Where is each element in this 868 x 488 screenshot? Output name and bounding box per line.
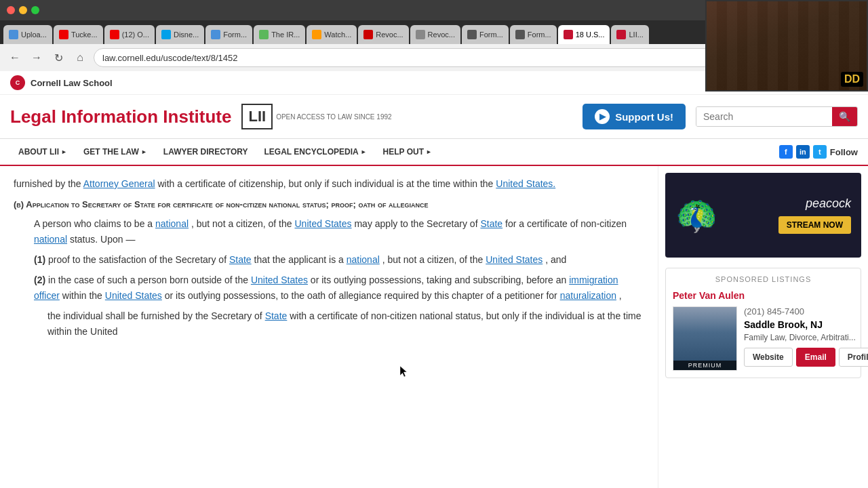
tab-label: Form... bbox=[223, 30, 247, 39]
tab-label: Form... bbox=[479, 30, 503, 39]
para1-text: A person who claims to be a bbox=[34, 218, 153, 229]
item2-rest: or its outlying possessions, taking and … bbox=[311, 274, 566, 285]
tab-label: Revoc... bbox=[428, 30, 455, 39]
lii-header: Legal Information Institute LII OPEN ACC… bbox=[0, 95, 868, 139]
tab-label: Tucke... bbox=[71, 30, 98, 39]
tab-form3[interactable]: Form... bbox=[510, 25, 557, 44]
twitter-icon[interactable]: t bbox=[813, 145, 827, 159]
lii-header-right: ▶ Support Us! 🔍 bbox=[583, 104, 858, 129]
tab-revoc1[interactable]: Revoc... bbox=[358, 25, 408, 44]
state-link-3[interactable]: State bbox=[265, 310, 288, 321]
state-link-1[interactable]: State bbox=[480, 218, 502, 229]
tab-watch[interactable]: Watch... bbox=[307, 25, 357, 44]
search-input[interactable] bbox=[696, 107, 832, 126]
webcam-person: DD bbox=[707, 1, 867, 90]
lii-logo-text[interactable]: Legal Information Institute bbox=[10, 106, 231, 127]
stream-now-button[interactable]: STREAM NOW bbox=[778, 216, 851, 234]
peacock-right: peacock STREAM NOW bbox=[778, 197, 851, 234]
intro-paragraph: furnished by the Attorney General with a… bbox=[14, 176, 644, 191]
nav-bar: ABOUT LII ► GET THE LAW ► LAWYER DIRECTO… bbox=[0, 139, 868, 166]
tab-lii[interactable]: LII... bbox=[611, 25, 648, 44]
close-button[interactable] bbox=[7, 6, 15, 14]
facebook-icon[interactable]: f bbox=[779, 145, 793, 159]
follow-label: Follow bbox=[830, 147, 858, 157]
tab-ir[interactable]: The IR... bbox=[254, 25, 305, 44]
tab-form1[interactable]: Form... bbox=[205, 25, 252, 44]
tab-18us[interactable]: 18 U.S... bbox=[558, 25, 610, 44]
support-button[interactable]: ▶ Support Us! bbox=[583, 104, 686, 129]
lii-tagline: OPEN ACCESS TO LAW SINCE 1992 bbox=[276, 113, 391, 121]
item1-text: proof to the satisfaction of the Secreta… bbox=[48, 254, 226, 265]
minimize-button[interactable] bbox=[19, 6, 27, 14]
state-link-2[interactable]: State bbox=[229, 254, 252, 265]
nav-help-out[interactable]: HELP OUT ► bbox=[375, 140, 440, 163]
national-link-3[interactable]: national bbox=[347, 254, 380, 265]
lawyer-name: Peter Van Aulen bbox=[673, 290, 854, 301]
intro-rest: with a certificate of citizenship, but o… bbox=[157, 178, 493, 189]
tab-favicon bbox=[211, 30, 220, 39]
item2-num: (2) bbox=[34, 274, 45, 285]
lawyer-practice: Family Law, Divorce, Arbitrati... bbox=[744, 333, 868, 342]
us-link-5[interactable]: United States bbox=[105, 290, 162, 301]
tab-label: The IR... bbox=[271, 30, 300, 39]
tab-disney[interactable]: Disne... bbox=[156, 25, 204, 44]
national-link-2[interactable]: national bbox=[34, 234, 67, 245]
peacock-ad[interactable]: 🦚 peacock STREAM NOW bbox=[665, 173, 861, 258]
reload-button[interactable]: ↻ bbox=[50, 49, 66, 66]
webcam-logo: DD bbox=[841, 72, 863, 87]
search-button[interactable]: 🔍 bbox=[832, 107, 857, 126]
section-b-text: (b) Application to Secretary of State fo… bbox=[14, 199, 429, 209]
cornell-name: Cornell Law School bbox=[31, 78, 113, 88]
traffic-lights bbox=[7, 6, 39, 14]
tab-tucker[interactable]: Tucke... bbox=[54, 25, 103, 44]
forward-button[interactable]: → bbox=[28, 49, 45, 66]
section-b-header: (b) Application to Secretary of State fo… bbox=[14, 198, 644, 212]
maximize-button[interactable] bbox=[31, 6, 39, 14]
chevron-down-icon: ► bbox=[361, 148, 367, 155]
profile-button[interactable]: Profile bbox=[839, 348, 868, 367]
cornell-logo[interactable]: C Cornell Law School bbox=[10, 75, 113, 90]
home-button[interactable]: ⌂ bbox=[72, 49, 88, 66]
us-link-3[interactable]: United States bbox=[486, 254, 542, 265]
item1-end: , and bbox=[545, 254, 566, 265]
lii-bracket[interactable]: LII bbox=[241, 104, 273, 129]
us-link-4[interactable]: United States bbox=[251, 274, 308, 285]
tab-favicon bbox=[515, 30, 525, 39]
back-button[interactable]: ← bbox=[7, 49, 23, 66]
premium-badge: PREMIUM bbox=[673, 361, 736, 370]
tab-12[interactable]: (12) O... bbox=[104, 25, 155, 44]
us-link-2[interactable]: United States bbox=[294, 218, 351, 229]
tab-upload[interactable]: Uploa... bbox=[3, 25, 52, 44]
tab-favicon bbox=[110, 30, 119, 39]
item1-rest2: , but not a citizen, of the bbox=[382, 254, 484, 265]
lawyer-card: PREMIUM (201) 845-7400 Saddle Brook, NJ … bbox=[673, 306, 854, 371]
chevron-down-icon: ► bbox=[141, 148, 147, 155]
email-button[interactable]: Email bbox=[796, 348, 835, 367]
peacock-logo: peacock bbox=[806, 197, 851, 211]
nav-about-lii[interactable]: ABOUT LII ► bbox=[10, 140, 75, 163]
tab-revoc2[interactable]: Revoc... bbox=[410, 25, 460, 44]
content-area: furnished by the Attorney General with a… bbox=[0, 166, 658, 488]
lawyer-photo: PREMIUM bbox=[673, 306, 737, 371]
us-link-1[interactable]: United States. bbox=[496, 178, 555, 189]
tab-favicon bbox=[416, 30, 425, 39]
nav-get-the-law[interactable]: GET THE LAW ► bbox=[75, 140, 155, 163]
lawyer-city: Saddle Brook, NJ bbox=[744, 319, 868, 330]
tab-form2[interactable]: Form... bbox=[462, 25, 509, 44]
national-link-1[interactable]: national bbox=[155, 218, 189, 229]
para1-rest: may apply to the Secretary of bbox=[354, 218, 477, 229]
tab-favicon bbox=[259, 30, 269, 39]
tab-favicon bbox=[616, 30, 626, 39]
nav-legal-encyclopedia[interactable]: LEGAL ENCYCLOPEDIA ► bbox=[256, 140, 375, 163]
naturalization-link[interactable]: naturalization bbox=[560, 290, 616, 301]
nav-lawyer-directory[interactable]: LAWYER DIRECTORY bbox=[155, 140, 256, 163]
peacock-bird-icon: 🦚 bbox=[675, 196, 717, 235]
nav-label: LEGAL ENCYCLOPEDIA bbox=[264, 147, 359, 157]
item2-rest2: within the bbox=[62, 290, 102, 301]
tab-favicon bbox=[9, 30, 18, 39]
nav-items: ABOUT LII ► GET THE LAW ► LAWYER DIRECTO… bbox=[10, 140, 779, 163]
linkedin-icon[interactable]: in bbox=[796, 145, 810, 159]
website-button[interactable]: Website bbox=[744, 348, 793, 367]
attorney-general-link[interactable]: Attorney General bbox=[83, 178, 155, 189]
tab-label: Watch... bbox=[324, 30, 351, 39]
